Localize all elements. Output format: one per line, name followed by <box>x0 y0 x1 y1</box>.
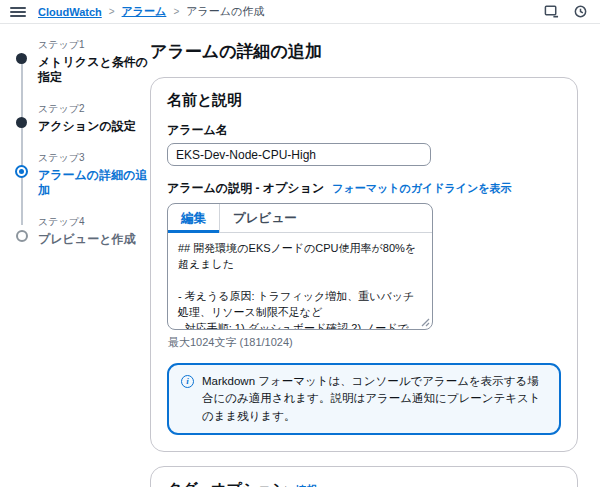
settings-icon[interactable] <box>573 4 588 19</box>
resize-handle-icon[interactable] <box>421 318 430 327</box>
alarm-description-label: アラームの説明 - オプション <box>167 180 324 197</box>
alarm-name-input[interactable] <box>167 143 431 166</box>
step-3-link[interactable]: アラームの詳細の追加 <box>38 168 150 198</box>
step-number-label: ステップ2 <box>38 102 150 116</box>
breadcrumb-cloudwatch[interactable]: CloudWatch <box>38 6 102 18</box>
editor-tab-bar: 編集 プレビュー <box>168 204 432 233</box>
markdown-info-alert: i Markdown フォーマットは、コンソールでアラームを表示する場合にのみ適… <box>167 363 561 435</box>
tab-edit[interactable]: 編集 <box>168 204 219 232</box>
hamburger-menu-icon[interactable] <box>10 5 26 19</box>
feedback-icon[interactable] <box>544 4 559 19</box>
step-2-completed-dot <box>16 117 27 128</box>
step-item-4: ステップ4 プレビューと作成 <box>12 215 150 247</box>
breadcrumb-alarms[interactable]: アラーム <box>122 4 167 19</box>
step-number-label: ステップ4 <box>38 215 150 229</box>
step-1-link[interactable]: メトリクスと条件の指定 <box>38 55 150 85</box>
markdown-info-text: Markdown フォーマットは、コンソールでアラームを表示する場合にのみ適用さ… <box>202 373 547 425</box>
format-guidelines-link[interactable]: フォーマットのガイドラインを表示 <box>332 181 511 196</box>
step-1-completed-dot <box>16 53 27 64</box>
alarm-description-textarea[interactable]: ## 開発環境のEKSノードのCPU使用率が80%を超えました - 考えうる原因… <box>168 233 432 329</box>
breadcrumb-separator: > <box>109 6 115 17</box>
step-item-1: ステップ1 メトリクスと条件の指定 <box>12 38 150 85</box>
step-4-label: プレビューと作成 <box>38 232 150 247</box>
wizard-steps-nav: ステップ1 メトリクスと条件の指定 ステップ2 アクションの設定 ステップ3 ア… <box>0 38 150 487</box>
tags-card: タグ - オプション 情報 リソースにタグが関連付けられていません。 新しいタグ… <box>150 466 578 487</box>
step-number-label: ステップ1 <box>38 38 150 52</box>
step-2-link[interactable]: アクションの設定 <box>38 119 150 134</box>
name-description-card: 名前と説明 アラーム名 アラームの説明 - オプション フォーマットのガイドライ… <box>150 77 578 452</box>
alarm-name-label: アラーム名 <box>167 122 561 139</box>
tab-preview[interactable]: プレビュー <box>219 204 310 232</box>
page-title: アラームの詳細の追加 <box>150 40 584 63</box>
tags-section-heading: タグ - オプション <box>167 480 288 487</box>
breadcrumb: CloudWatch > アラーム > アラームの作成 <box>38 4 264 19</box>
step-4-upcoming-dot <box>16 230 28 242</box>
info-icon: i <box>181 375 194 388</box>
step-item-2: ステップ2 アクションの設定 <box>12 102 150 134</box>
step-number-label: ステップ3 <box>38 151 150 165</box>
char-count: 最大1024文字 (181/1024) <box>168 335 561 350</box>
breadcrumb-current: アラームの作成 <box>186 4 264 19</box>
name-section-heading: 名前と説明 <box>167 91 561 110</box>
tags-info-link[interactable]: 情報 <box>296 483 318 487</box>
description-editor-panel: 編集 プレビュー ## 開発環境のEKSノードのCPU使用率が80%を超えました… <box>167 203 433 330</box>
breadcrumb-bar: CloudWatch > アラーム > アラームの作成 <box>0 0 600 24</box>
step-item-3: ステップ3 アラームの詳細の追加 <box>12 151 150 198</box>
breadcrumb-separator: > <box>173 6 179 17</box>
step-3-active-dot <box>15 165 28 178</box>
